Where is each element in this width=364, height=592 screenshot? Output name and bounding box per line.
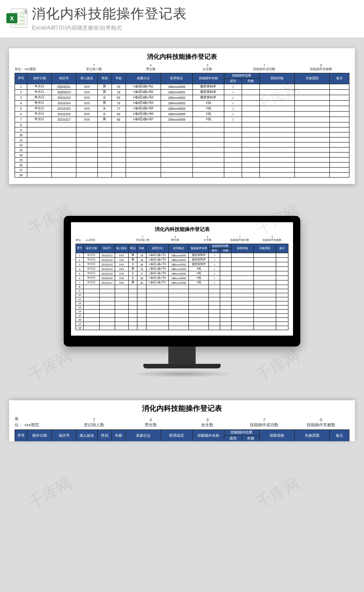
cell <box>189 322 209 326</box>
cell <box>276 289 288 293</box>
cell <box>126 133 161 138</box>
cell <box>330 163 349 168</box>
cell <box>27 168 52 173</box>
cell <box>259 168 294 173</box>
cell <box>146 318 168 322</box>
cell: 188xxxx0005 <box>161 112 193 117</box>
cell: 年月日 <box>84 276 99 281</box>
cell <box>84 289 99 293</box>
cell <box>99 285 115 289</box>
table-row: 12 <box>15 143 349 148</box>
th-seq: 序号 <box>15 73 27 84</box>
stat-2: 3女生数 <box>191 235 223 242</box>
cell: XXX <box>115 281 128 285</box>
cell <box>168 289 188 293</box>
cell <box>253 258 276 262</box>
th-caseno: 病历号 <box>99 244 115 253</box>
stat-2: 3女生数 <box>179 418 236 428</box>
cell <box>97 133 111 138</box>
cell: 年月日 <box>27 112 52 117</box>
cell <box>253 306 276 310</box>
cell: XXX <box>76 106 97 112</box>
cell <box>231 281 253 285</box>
cell <box>220 276 232 281</box>
cell <box>209 322 220 326</box>
table-row: 6年月日20101016XXX女69x省x区x路x号6188xxxx0005X线… <box>15 112 349 117</box>
cell <box>330 138 349 143</box>
cell: 女 <box>128 276 137 281</box>
cell <box>330 90 349 95</box>
sheet-title: 消化内科技能操作登记表 <box>76 226 288 233</box>
cell <box>220 262 232 267</box>
cell <box>128 310 137 314</box>
cell <box>242 158 259 163</box>
stat-3: 7技能操作成功数 <box>236 418 293 428</box>
th-op: 技能操作名称 <box>192 73 224 84</box>
preview-card-bottom-crop: 消化内科技能操作登记表单位：xxx医院7登记病人数4男生数3女生数7技能操作成功… <box>9 400 355 441</box>
cell: √ <box>209 271 220 276</box>
cell <box>295 163 330 168</box>
cell <box>126 168 161 173</box>
cell <box>295 90 330 95</box>
monitor-screen: 消化内科技能操作登记表单位：xxx医院7登记病人数4男生数3女生数7技能操作成功… <box>71 222 293 336</box>
cell <box>27 133 52 138</box>
cell <box>161 133 193 138</box>
cell <box>146 301 168 306</box>
th-seq: 序号 <box>76 244 84 253</box>
cell <box>330 84 349 90</box>
cell: 77 <box>111 106 126 112</box>
cell <box>259 90 294 95</box>
th-exp: 获取经验 <box>259 430 294 442</box>
cell: XXX <box>76 112 97 117</box>
cell <box>137 293 147 297</box>
cell: 9 <box>76 289 84 293</box>
cell: XXX <box>115 271 128 276</box>
cell: 5 <box>76 271 84 276</box>
cell <box>99 301 115 306</box>
cell <box>242 168 259 173</box>
cell <box>137 289 147 293</box>
th-phone: 联系电话 <box>161 73 193 84</box>
cell <box>276 258 288 262</box>
table-row: 10 <box>76 293 288 297</box>
cell <box>99 322 115 326</box>
th-reason: 失败原因 <box>295 73 330 84</box>
cell: 女 <box>97 95 111 101</box>
cell <box>295 153 330 158</box>
th-addr: 家庭住址 <box>126 73 161 84</box>
cell: 20101012 <box>99 258 115 262</box>
cell <box>209 293 220 297</box>
cell <box>115 314 128 318</box>
cell <box>97 173 111 178</box>
table-row: 5年月日20101015XXX女77x省x区x路x号5188xxxx0004X线… <box>76 271 288 276</box>
cell <box>76 122 97 128</box>
data-table: 序号操作日期病历号病人姓名性别年龄家庭住址联系电话技能操作名称技能操作结果获取经… <box>76 244 288 330</box>
cell <box>84 293 99 297</box>
cell: 年月日 <box>84 271 99 276</box>
th-addr: 家庭住址 <box>126 430 161 442</box>
cell: 80 <box>137 281 147 285</box>
cell <box>231 318 253 322</box>
cell: x省x区x路x号5 <box>146 271 168 276</box>
cell: x省x区x路x号7 <box>146 281 168 285</box>
cell <box>97 168 111 173</box>
cell: √ <box>209 267 220 271</box>
cell <box>168 297 188 301</box>
cell <box>242 112 259 117</box>
cell: √ <box>224 112 242 117</box>
cell <box>220 314 232 318</box>
cell <box>99 318 115 322</box>
cell <box>253 276 276 281</box>
cell <box>220 322 232 326</box>
cell: XXX <box>115 262 128 267</box>
cell <box>276 285 288 289</box>
cell: 腹腔穿刺术 <box>189 262 209 267</box>
cell <box>276 310 288 314</box>
cell <box>161 148 193 153</box>
header-band: X 消化内科技能操作登记表 Excel/A4打印/内容随意修改/自带格式 <box>0 0 364 37</box>
table-row: 16 <box>15 163 349 168</box>
cell <box>168 318 188 322</box>
cell <box>242 138 259 143</box>
cell: 20101011 <box>52 84 76 90</box>
cell <box>253 314 276 318</box>
